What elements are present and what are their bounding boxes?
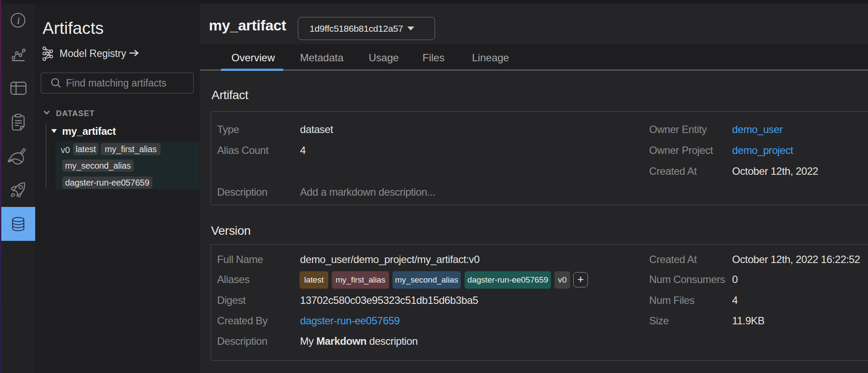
svg-text:i: i [17, 15, 20, 26]
